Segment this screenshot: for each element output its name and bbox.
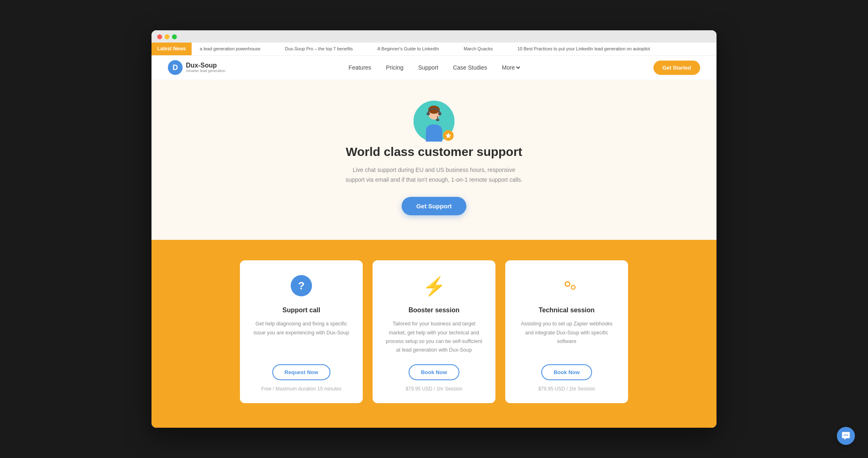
svg-point-13 (566, 282, 569, 286)
logo-name: Dux-Soup (186, 62, 226, 69)
card-technical-session-desc: Assisting you to set up Zapier webhooks … (518, 320, 616, 354)
svg-marker-8 (445, 133, 451, 138)
svg-point-6 (438, 112, 441, 115)
browser-window: Latest News a lead generation powerhouse… (151, 30, 717, 428)
request-now-button[interactable]: Request Now (272, 364, 330, 380)
card-technical-session-title: Technical session (539, 307, 595, 314)
svg-point-17 (845, 435, 847, 436)
get-support-button[interactable]: Get Support (402, 197, 467, 215)
card-booster-session: ⚡ Booster session Tailored for your busi… (373, 260, 495, 403)
support-title: World class customer support (346, 145, 522, 159)
news-items: a lead generation powerhouse Dux-Soup Pr… (192, 46, 658, 51)
card-support-call-desc: Get help diagnosing and fixing a specifi… (252, 320, 350, 354)
nav-pricing[interactable]: Pricing (386, 64, 404, 71)
svg-point-5 (427, 112, 430, 115)
nav-case-studies[interactable]: Case Studies (453, 64, 487, 71)
dot-red[interactable] (157, 34, 162, 39)
news-item-5: 10 Best Practices to put your LinkedIn l… (517, 46, 650, 51)
logo-tagline: Smarter lead generation (186, 69, 226, 73)
news-item-2: Dux-Soup Pro – the top 7 benefits (285, 46, 353, 51)
chat-icon (841, 431, 850, 440)
card-technical-session: Technical session Assisting you to set u… (505, 260, 628, 403)
card-booster-session-title: Booster session (409, 307, 459, 314)
nav-support[interactable]: Support (418, 64, 438, 71)
book-now-button-1[interactable]: Book Now (409, 364, 459, 380)
svg-text:⚡: ⚡ (423, 275, 445, 296)
nav-links: Features Pricing Support Case Studies Mo… (348, 64, 519, 71)
card-technical-session-price: $79.95 USD / 1hr Session (538, 386, 595, 392)
support-hero: World class customer support Live chat s… (151, 80, 717, 240)
news-label: Latest News (151, 43, 192, 55)
svg-point-18 (847, 435, 848, 436)
card-support-call-title: Support call (283, 307, 320, 314)
news-ticker: Latest News a lead generation powerhouse… (151, 43, 717, 56)
chevron-down-icon (516, 65, 520, 69)
card-support-call-price: Free / Maximum duration 15 minutes (261, 386, 341, 392)
book-now-button-2[interactable]: Book Now (541, 364, 592, 380)
support-call-icon: ? (291, 275, 312, 300)
nav-features[interactable]: Features (348, 64, 371, 71)
news-item-3: A Beginner's Guide to LinkedIn (377, 46, 439, 51)
cards-section: ? Support call Get help diagnosing and f… (151, 240, 717, 428)
svg-point-15 (572, 286, 575, 289)
card-support-call: ? Support call Get help diagnosing and f… (240, 260, 363, 403)
browser-chrome (151, 30, 717, 43)
avatar (414, 101, 454, 142)
nav-more[interactable]: More (502, 64, 520, 71)
logo-icon: D (168, 60, 183, 75)
card-booster-session-desc: Tailored for your business and target ma… (385, 320, 483, 354)
logo-text: Dux-Soup Smarter lead generation (186, 62, 226, 73)
logo[interactable]: D Dux-Soup Smarter lead generation (168, 60, 226, 75)
news-item-4: March Quacks (463, 46, 493, 51)
booster-session-icon: ⚡ (423, 275, 445, 300)
chat-bubble[interactable] (837, 427, 855, 445)
svg-text:D: D (173, 63, 178, 72)
support-desc: Live chat support during EU and US busin… (344, 165, 524, 185)
star-icon (445, 132, 452, 139)
browser-dots (157, 34, 711, 43)
avatar-badge (443, 130, 454, 141)
dot-green[interactable] (172, 34, 177, 39)
technical-session-icon (556, 275, 577, 300)
svg-point-7 (436, 119, 439, 121)
svg-point-16 (844, 435, 845, 436)
navbar: D Dux-Soup Smarter lead generation Featu… (151, 56, 717, 80)
get-started-button[interactable]: Get Started (653, 61, 700, 75)
svg-text:?: ? (298, 280, 305, 292)
card-booster-session-price: $79.95 USD / 1hr Session (406, 386, 463, 392)
news-item-1: a lead generation powerhouse (200, 46, 260, 51)
dot-yellow[interactable] (165, 34, 170, 39)
